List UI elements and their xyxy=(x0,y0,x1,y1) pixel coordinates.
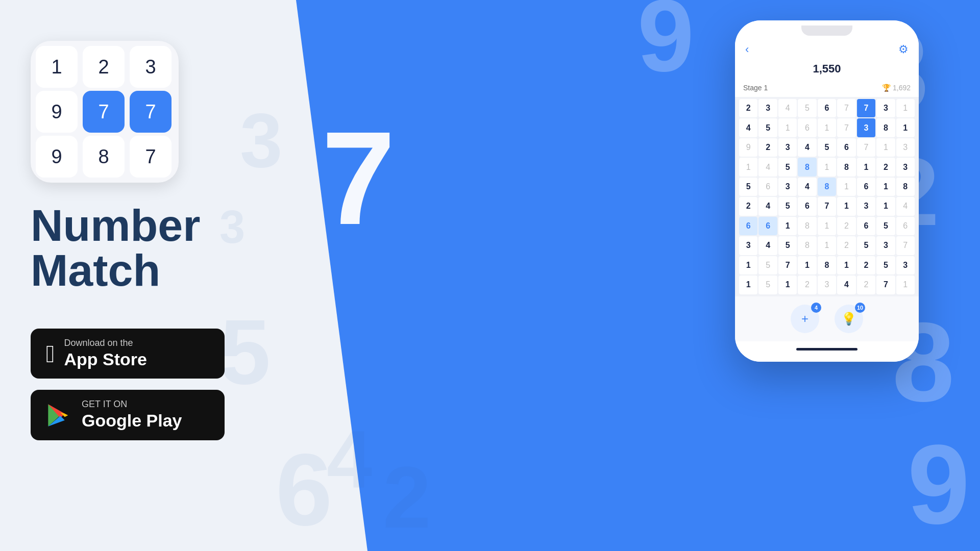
grid-cell[interactable]: 4 xyxy=(798,138,816,157)
grid-cell[interactable]: 7 xyxy=(818,197,836,215)
grid-cell[interactable]: 3 xyxy=(896,138,915,157)
grid-cell[interactable]: 4 xyxy=(798,178,816,196)
hint-button[interactable]: 💡 10 xyxy=(835,305,863,333)
grid-cell[interactable]: 3 xyxy=(857,197,875,215)
grid-cell[interactable]: 1 xyxy=(798,256,816,274)
grid-cell[interactable]: 2 xyxy=(876,158,895,176)
grid-cell[interactable]: 3 xyxy=(758,99,777,117)
phone-bottom: + 4 💡 10 xyxy=(735,296,919,341)
grid-cell[interactable]: 6 xyxy=(758,217,777,235)
deco-7-large: 7 xyxy=(322,102,396,255)
grid-cell[interactable]: 8 xyxy=(896,178,915,196)
grid-cell[interactable]: 3 xyxy=(896,158,915,176)
grid-cell[interactable]: 7 xyxy=(896,236,915,255)
grid-cell[interactable]: 8 xyxy=(818,256,836,274)
grid-cell[interactable]: 8 xyxy=(876,118,895,137)
grid-cell[interactable]: 5 xyxy=(857,236,875,255)
grid-cell[interactable]: 5 xyxy=(778,197,797,215)
grid-cell[interactable]: 4 xyxy=(739,118,757,137)
game-icon: 1 2 3 9 7 7 9 8 7 xyxy=(31,41,179,183)
grid-cell[interactable]: 3 xyxy=(857,118,875,137)
grid-cell[interactable]: 6 xyxy=(818,99,836,117)
phone-header: ‹ ⚙ xyxy=(735,36,919,60)
back-button[interactable]: ‹ xyxy=(745,43,749,56)
grid-cell[interactable]: 3 xyxy=(778,178,797,196)
grid-cell[interactable]: 1 xyxy=(818,118,836,137)
grid-cell[interactable]: 3 xyxy=(876,99,895,117)
grid-cell[interactable]: 8 xyxy=(798,236,816,255)
grid-cell[interactable]: 2 xyxy=(837,217,855,235)
grid-cell[interactable]: 7 xyxy=(857,138,875,157)
grid-cell[interactable]: 1 xyxy=(778,276,797,294)
grid-cell[interactable]: 8 xyxy=(818,178,836,196)
grid-cell[interactable]: 6 xyxy=(798,118,816,137)
grid-cell[interactable]: 8 xyxy=(798,158,816,176)
grid-cell[interactable]: 1 xyxy=(778,217,797,235)
grid-cell[interactable]: 1 xyxy=(837,178,855,196)
grid-cell[interactable]: 6 xyxy=(857,217,875,235)
grid-cell[interactable]: 1 xyxy=(818,236,836,255)
grid-cell[interactable]: 1 xyxy=(837,197,855,215)
grid-cell[interactable]: 1 xyxy=(896,99,915,117)
grid-cell[interactable]: 5 xyxy=(758,256,777,274)
grid-cell[interactable]: 8 xyxy=(798,217,816,235)
grid-cell[interactable]: 1 xyxy=(837,256,855,274)
grid-cell[interactable]: 6 xyxy=(896,217,915,235)
grid-cell[interactable]: 1 xyxy=(739,158,757,176)
grid-cell[interactable]: 1 xyxy=(876,197,895,215)
grid-cell[interactable]: 5 xyxy=(778,158,797,176)
grid-cell[interactable]: 3 xyxy=(876,236,895,255)
settings-button[interactable]: ⚙ xyxy=(898,43,909,56)
grid-cell[interactable]: 1 xyxy=(876,138,895,157)
grid-cell[interactable]: 1 xyxy=(739,276,757,294)
apple-store-button[interactable]:  Download on the App Store xyxy=(31,329,225,379)
grid-cell[interactable]: 2 xyxy=(857,256,875,274)
grid-cell[interactable]: 9 xyxy=(739,138,757,157)
grid-cell[interactable]: 5 xyxy=(739,178,757,196)
google-play-button[interactable]: GET IT ON Google Play xyxy=(31,390,225,440)
grid-cell[interactable]: 1 xyxy=(818,217,836,235)
grid-cell[interactable]: 4 xyxy=(758,197,777,215)
grid-cell[interactable]: 2 xyxy=(758,138,777,157)
grid-cell[interactable]: 2 xyxy=(739,197,757,215)
grid-cell[interactable]: 5 xyxy=(758,276,777,294)
grid-cell[interactable]: 1 xyxy=(896,276,915,294)
grid-cell[interactable]: 7 xyxy=(837,118,855,137)
grid-cell[interactable]: 1 xyxy=(739,256,757,274)
grid-cell[interactable]: 6 xyxy=(798,197,816,215)
grid-cell[interactable]: 5 xyxy=(798,99,816,117)
grid-cell[interactable]: 6 xyxy=(837,138,855,157)
grid-cell[interactable]: 3 xyxy=(739,236,757,255)
grid-cell[interactable]: 7 xyxy=(876,276,895,294)
grid-cell[interactable]: 1 xyxy=(896,118,915,137)
grid-cell[interactable]: 5 xyxy=(876,217,895,235)
grid-cell[interactable]: 2 xyxy=(739,99,757,117)
grid-cell[interactable]: 1 xyxy=(876,178,895,196)
grid-cell[interactable]: 4 xyxy=(758,236,777,255)
grid-cell[interactable]: 1 xyxy=(857,158,875,176)
grid-cell[interactable]: 3 xyxy=(896,256,915,274)
grid-cell[interactable]: 5 xyxy=(876,256,895,274)
grid-cell[interactable]: 2 xyxy=(798,276,816,294)
grid-cell[interactable]: 6 xyxy=(739,217,757,235)
grid-cell[interactable]: 2 xyxy=(837,236,855,255)
grid-cell[interactable]: 2 xyxy=(857,276,875,294)
grid-cell[interactable]: 1 xyxy=(818,158,836,176)
grid-cell[interactable]: 6 xyxy=(857,178,875,196)
grid-cell[interactable]: 7 xyxy=(857,99,875,117)
grid-cell[interactable]: 3 xyxy=(818,276,836,294)
grid-cell[interactable]: 1 xyxy=(778,118,797,137)
grid-cell[interactable]: 8 xyxy=(837,158,855,176)
grid-cell[interactable]: 3 xyxy=(778,138,797,157)
grid-cell[interactable]: 4 xyxy=(837,276,855,294)
add-rows-button[interactable]: + 4 xyxy=(791,305,819,333)
grid-cell[interactable]: 5 xyxy=(818,138,836,157)
grid-cell[interactable]: 5 xyxy=(778,236,797,255)
grid-cell[interactable]: 7 xyxy=(778,256,797,274)
grid-cell[interactable]: 7 xyxy=(837,99,855,117)
grid-cell[interactable]: 4 xyxy=(758,158,777,176)
grid-cell[interactable]: 5 xyxy=(758,118,777,137)
grid-cell[interactable]: 4 xyxy=(778,99,797,117)
grid-cell[interactable]: 4 xyxy=(896,197,915,215)
grid-cell[interactable]: 6 xyxy=(758,178,777,196)
